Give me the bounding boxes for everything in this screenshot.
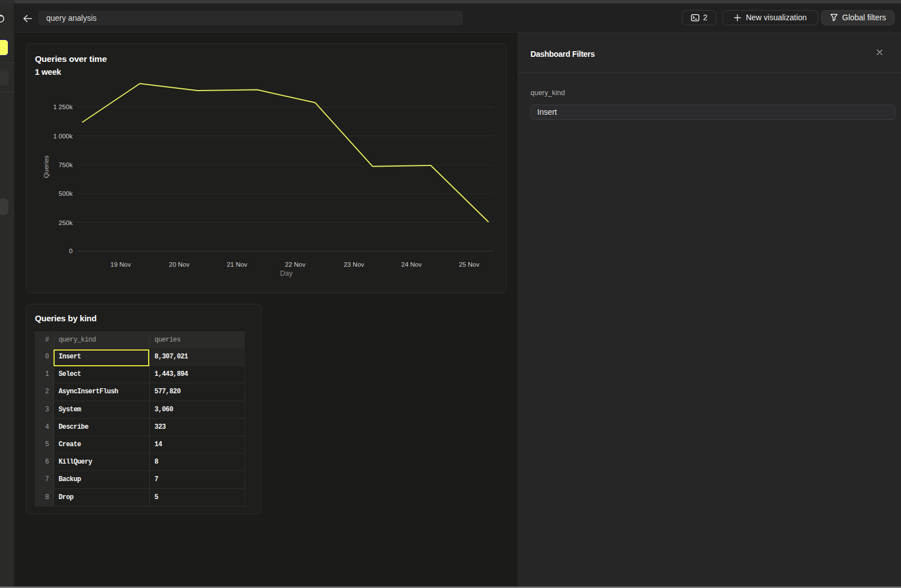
svg-text:23 Nov: 23 Nov bbox=[344, 261, 364, 268]
svg-text:Queries: Queries bbox=[43, 155, 50, 178]
svg-text:25 Nov: 25 Nov bbox=[459, 261, 480, 268]
svg-text:1 250k: 1 250k bbox=[53, 104, 73, 110]
svg-text:Day: Day bbox=[280, 270, 293, 277]
svg-text:19 Nov: 19 Nov bbox=[110, 261, 131, 268]
svg-text:24 Nov: 24 Nov bbox=[402, 261, 422, 268]
svg-text:750k: 750k bbox=[59, 161, 73, 168]
svg-text:1 000k: 1 000k bbox=[53, 133, 73, 140]
svg-text:500k: 500k bbox=[59, 190, 73, 197]
svg-text:22 Nov: 22 Nov bbox=[285, 261, 306, 268]
svg-text:0: 0 bbox=[69, 248, 73, 254]
svg-text:21 Nov: 21 Nov bbox=[227, 261, 248, 268]
svg-text:20 Nov: 20 Nov bbox=[169, 261, 190, 268]
svg-text:250k: 250k bbox=[59, 219, 73, 226]
